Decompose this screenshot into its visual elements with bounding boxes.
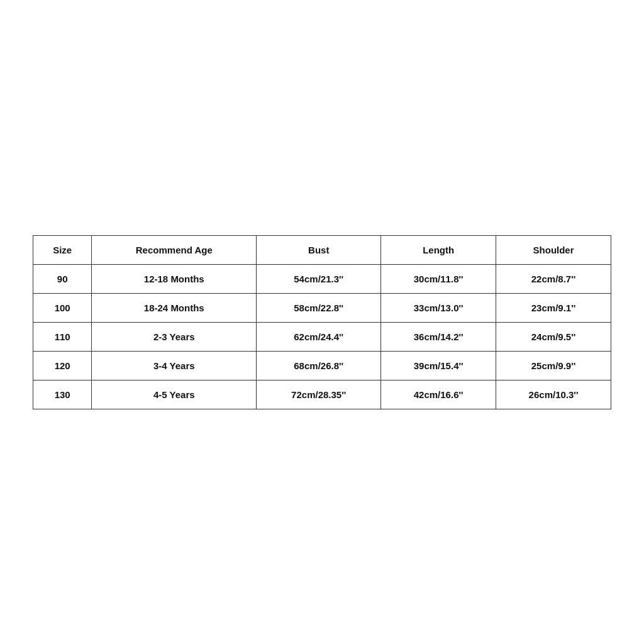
header-recommend-age: Recommend Age — [92, 235, 257, 264]
cell-size: 120 — [33, 351, 92, 380]
cell-length: 36cm/14.2'' — [381, 322, 496, 351]
cell-length: 42cm/16.6'' — [381, 380, 496, 409]
cell-size: 100 — [33, 293, 92, 322]
table-row: 1304-5 Years72cm/28.35''42cm/16.6''26cm/… — [33, 380, 611, 409]
table-header-row: Size Recommend Age Bust Length Shoulder — [33, 235, 611, 264]
cell-bust: 54cm/21.3'' — [257, 264, 381, 293]
cell-shoulder: 25cm/9.9'' — [496, 351, 611, 380]
cell-length: 39cm/15.4'' — [381, 351, 496, 380]
cell-age: 3-4 Years — [92, 351, 257, 380]
cell-shoulder: 24cm/9.5'' — [496, 322, 611, 351]
cell-bust: 62cm/24.4'' — [257, 322, 381, 351]
table-row: 9012-18 Months54cm/21.3''30cm/11.8''22cm… — [33, 264, 611, 293]
table-row: 1102-3 Years62cm/24.4''36cm/14.2''24cm/9… — [33, 322, 611, 351]
cell-size: 110 — [33, 322, 92, 351]
cell-age: 18-24 Months — [92, 293, 257, 322]
cell-shoulder: 22cm/8.7'' — [496, 264, 611, 293]
cell-length: 30cm/11.8'' — [381, 264, 496, 293]
cell-bust: 58cm/22.8'' — [257, 293, 381, 322]
cell-shoulder: 26cm/10.3'' — [496, 380, 611, 409]
cell-age: 2-3 Years — [92, 322, 257, 351]
cell-size: 90 — [33, 264, 92, 293]
cell-shoulder: 23cm/9.1'' — [496, 293, 611, 322]
cell-age: 4-5 Years — [92, 380, 257, 409]
header-bust: Bust — [257, 235, 381, 264]
header-size: Size — [33, 235, 92, 264]
table-row: 10018-24 Months58cm/22.8''33cm/13.0''23c… — [33, 293, 611, 322]
size-chart-table: Size Recommend Age Bust Length Shoulder … — [33, 235, 611, 409]
cell-bust: 72cm/28.35'' — [257, 380, 381, 409]
cell-bust: 68cm/26.8'' — [257, 351, 381, 380]
header-shoulder: Shoulder — [496, 235, 611, 264]
header-length: Length — [381, 235, 496, 264]
cell-length: 33cm/13.0'' — [381, 293, 496, 322]
table-row: 1203-4 Years68cm/26.8''39cm/15.4''25cm/9… — [33, 351, 611, 380]
cell-age: 12-18 Months — [92, 264, 257, 293]
size-chart-container: Size Recommend Age Bust Length Shoulder … — [33, 235, 611, 409]
cell-size: 130 — [33, 380, 92, 409]
